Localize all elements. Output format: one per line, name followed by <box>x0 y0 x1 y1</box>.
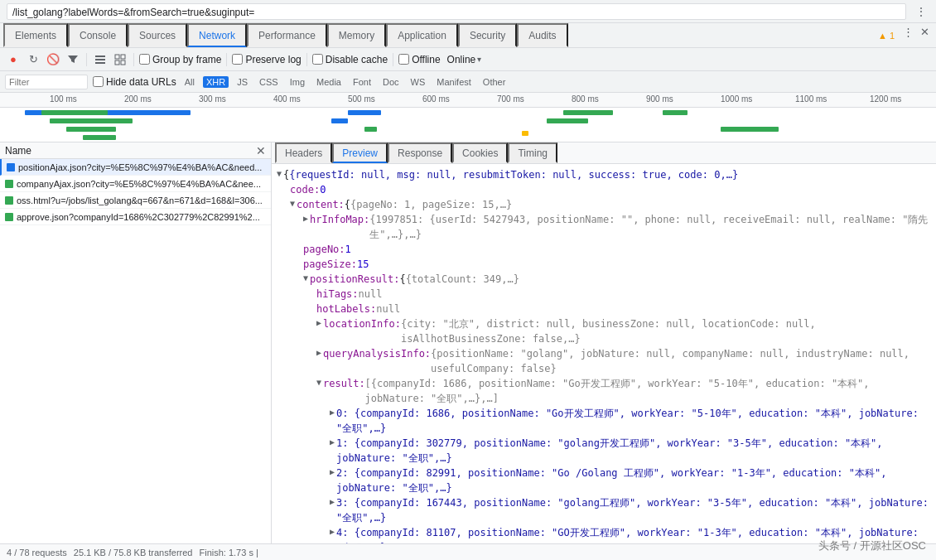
network-item-0[interactable]: positionAjax.json?city=%E5%8C%97%E4%BA%A… <box>0 159 271 176</box>
timeline-bar-3b <box>364 127 377 132</box>
close-panel-button[interactable]: ✕ <box>256 144 266 157</box>
tab-audits[interactable]: Audits <box>517 23 567 47</box>
preserve-log-label: Preserve log <box>245 54 301 65</box>
network-item-1[interactable]: companyAjax.json?city=%E5%8C%97%E4%BA%AC… <box>0 176 271 192</box>
json-content-toggle[interactable] <box>290 197 295 210</box>
status-bar: 4 / 78 requests 25.1 KB / 75.8 KB transf… <box>0 543 936 560</box>
filter-font[interactable]: Font <box>350 76 374 88</box>
timeline-bar-1c <box>348 110 381 115</box>
json-result-item-2: 2: {companyId: 82991, positionName: "Go … <box>277 466 931 495</box>
filter-js[interactable]: JS <box>234 76 251 88</box>
devtools-more-icon[interactable]: ⋮ <box>900 23 916 40</box>
network-list-items: positionAjax.json?city=%E5%8C%97%E4%BA%A… <box>0 159 271 543</box>
url-actions: ⋮ <box>913 3 929 20</box>
filter-all[interactable]: All <box>181 76 198 88</box>
tab-response[interactable]: Response <box>388 142 452 163</box>
tick-900ms: 900 ms <box>646 94 673 104</box>
devtools-tabs: Elements Console Sources Network Perform… <box>0 23 936 48</box>
record-button[interactable]: ● <box>5 51 22 68</box>
tab-network[interactable]: Network <box>187 23 247 47</box>
preserve-log-checkbox[interactable]: Preserve log <box>232 54 301 65</box>
json-result-toggle[interactable] <box>316 376 321 389</box>
group-by-frame-checkbox[interactable]: Group by frame <box>139 54 221 65</box>
json-item0-toggle[interactable] <box>330 406 335 418</box>
devtools-close-icon[interactable]: ✕ <box>916 23 933 40</box>
timeline-area: 100 ms 200 ms 300 ms 400 ms 500 ms 600 m… <box>0 93 936 142</box>
clear-button[interactable]: 🚫 <box>45 51 61 68</box>
json-root-summary: {requestId: null, msg: null, resubmitTok… <box>289 167 738 182</box>
filter-other[interactable]: Other <box>480 76 509 88</box>
toolbar-separator-4 <box>306 53 307 66</box>
json-queryanalysis-toggle[interactable] <box>316 346 321 359</box>
json-hrinfo-toggle[interactable] <box>303 212 308 224</box>
online-dropdown-icon[interactable]: ▾ <box>477 55 481 64</box>
network-list-header: Name ✕ <box>0 142 271 159</box>
item-text-2: oss.html?u=/jobs/list_golang&q=667&n=671… <box>17 196 263 205</box>
view-list-button[interactable] <box>92 51 109 68</box>
tick-1000ms: 1000 ms <box>721 94 752 104</box>
tab-headers[interactable]: Headers <box>275 142 332 163</box>
tab-preview[interactable]: Preview <box>332 142 388 163</box>
tab-memory[interactable]: Memory <box>327 23 386 47</box>
json-root-toggle[interactable] <box>277 167 282 180</box>
json-posresult-summary: {totalCount: 349,…} <box>406 272 519 287</box>
json-content-bracket: { <box>345 197 350 212</box>
preserve-log-input[interactable] <box>232 54 243 65</box>
filter-media[interactable]: Media <box>313 76 345 88</box>
json-posresult-key: positionResult: <box>310 272 399 287</box>
tab-performance[interactable]: Performance <box>247 23 327 47</box>
timeline-bar-4a <box>83 135 116 140</box>
network-item-3[interactable]: approve.json?companyId=1686%2C302779%2C8… <box>0 209 271 225</box>
offline-checkbox[interactable]: Offline <box>398 54 440 65</box>
json-pageno-val: 1 <box>345 242 351 257</box>
group-by-frame-input[interactable] <box>139 54 150 65</box>
json-posresult-toggle[interactable] <box>303 272 308 284</box>
filter-xhr[interactable]: XHR <box>203 76 229 88</box>
devtools-menu-icon[interactable]: ⋮ <box>913 3 929 20</box>
tab-sources[interactable]: Sources <box>128 23 187 47</box>
network-item-2[interactable]: oss.html?u=/jobs/list_golang&q=667&n=671… <box>0 192 271 209</box>
hide-data-urls-input[interactable] <box>93 76 104 87</box>
online-selector[interactable]: Online ▾ <box>447 54 482 65</box>
view-grid-button[interactable] <box>112 51 128 68</box>
filter-button[interactable] <box>65 51 81 68</box>
toolbar-separator-1 <box>86 53 87 66</box>
detail-content[interactable]: { {requestId: null, msg: null, resubmitT… <box>272 164 936 543</box>
json-item4-toggle[interactable] <box>330 525 335 538</box>
tab-elements[interactable]: Elements <box>3 23 68 47</box>
tab-cookies[interactable]: Cookies <box>452 142 508 163</box>
item-indicator-2 <box>5 196 13 205</box>
tab-timing[interactable]: Timing <box>508 142 557 163</box>
svg-rect-4 <box>121 55 125 59</box>
hide-data-urls-checkbox[interactable]: Hide data URLs <box>93 76 176 88</box>
json-code-line: code: 0 <box>277 182 931 197</box>
filter-input[interactable] <box>5 75 88 89</box>
json-hrinfo-summary: {1997851: {userId: 5427943, positionName… <box>369 212 931 242</box>
disable-cache-input[interactable] <box>312 54 323 65</box>
offline-input[interactable] <box>398 54 409 65</box>
tab-console[interactable]: Console <box>68 23 128 47</box>
disable-cache-checkbox[interactable]: Disable cache <box>312 54 388 65</box>
toolbar-separator-5 <box>393 53 393 66</box>
timeline-bar-1d <box>563 110 613 115</box>
toolbar-separator-3 <box>226 53 227 66</box>
json-item1-toggle[interactable] <box>330 436 335 448</box>
json-item2-toggle[interactable] <box>330 466 335 478</box>
tab-application[interactable]: Application <box>386 23 458 47</box>
toolbar: ● ↻ 🚫 Group by frame Preserve log Disabl… <box>0 48 936 71</box>
json-location-toggle[interactable] <box>316 316 321 329</box>
tick-1200ms: 1200 ms <box>870 94 901 104</box>
filter-doc[interactable]: Doc <box>379 76 403 88</box>
json-item3-toggle[interactable] <box>330 495 335 508</box>
url-text[interactable]: /list_golang?labelWords=&fromSearch=true… <box>7 3 906 20</box>
timeline-bar-3c <box>721 127 779 132</box>
filter-img[interactable]: Img <box>287 76 308 88</box>
filter-css[interactable]: CSS <box>256 76 282 88</box>
filter-ws[interactable]: WS <box>408 76 429 88</box>
tab-security[interactable]: Security <box>458 23 517 47</box>
item-text-1: companyAjax.json?city=%E5%8C%97%E4%BA%AC… <box>17 179 261 189</box>
refresh-button[interactable]: ↻ <box>25 51 41 68</box>
json-hotlabels-val: null <box>376 302 400 316</box>
filter-manifest[interactable]: Manifest <box>433 76 475 88</box>
disable-cache-label: Disable cache <box>326 54 388 65</box>
